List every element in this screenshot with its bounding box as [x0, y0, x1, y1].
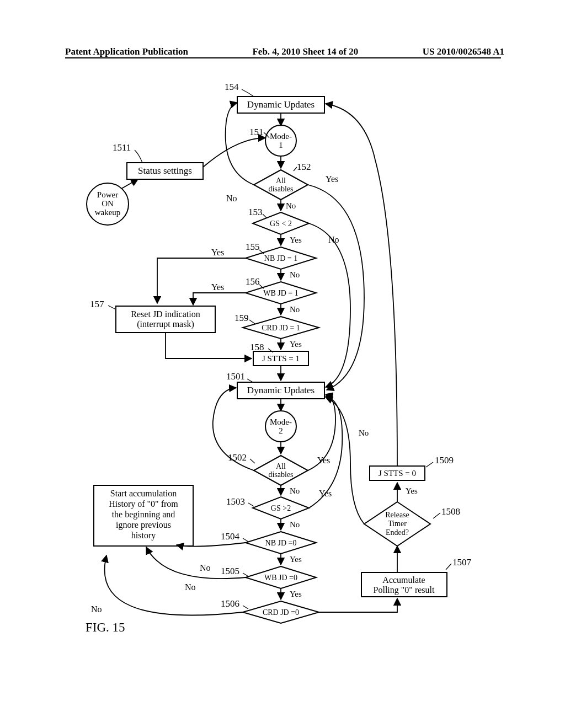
- header-right: US 2010/0026548 A1: [423, 46, 504, 57]
- start-accum-l5: history: [131, 531, 156, 540]
- mode-1-text-l1: Mode-: [270, 132, 292, 141]
- ref-1509: 1509: [435, 455, 454, 465]
- ref-1506: 1506: [221, 598, 239, 609]
- mode-2-l2: 2: [279, 426, 283, 435]
- ref-151: 151: [249, 127, 264, 137]
- ref-1507: 1507: [452, 557, 472, 568]
- start-accum-l4: ignore previous: [116, 520, 171, 530]
- start-accum-l3: the beginning and: [112, 510, 175, 520]
- release-timer-l1: Release: [385, 511, 409, 519]
- no-1506: No: [91, 604, 102, 614]
- no-1503: No: [290, 520, 300, 529]
- no-155: No: [290, 270, 300, 279]
- no-156: No: [290, 305, 300, 314]
- wbjd-0-text: WB JD =0: [264, 574, 297, 582]
- jstts-0-text: J STTS = 0: [379, 469, 416, 478]
- yes-159: Yes: [290, 340, 302, 349]
- yes-153: Yes: [290, 235, 302, 244]
- header-divider: [65, 57, 501, 58]
- header-left: Patent Application Publication: [65, 46, 188, 57]
- accum-poll-l1: Accumulate: [382, 575, 425, 585]
- all-disables-2-l2: disables: [268, 470, 293, 479]
- header-center: Feb. 4, 2010 Sheet 14 of 20: [252, 46, 358, 57]
- no-1508: No: [359, 429, 369, 437]
- wbjd-1-text: WB JD = 1: [263, 289, 299, 297]
- yes-156: Yes: [211, 282, 224, 292]
- ref-153: 153: [248, 207, 263, 217]
- start-accum-l2: History of "0" from: [109, 499, 178, 509]
- gs-gt-2-text: GS >2: [271, 504, 291, 512]
- ref-155: 155: [246, 242, 260, 252]
- all-disables-1-l1: All: [276, 176, 286, 185]
- dynamic-updates-1-text: Dynamic Updates: [247, 99, 315, 110]
- no-1504: No: [200, 563, 211, 572]
- yes-152: Yes: [326, 174, 338, 184]
- release-timer-l3: Ended?: [386, 528, 409, 537]
- reset-jd-l2: (interrupt mask): [137, 319, 194, 329]
- ref-1502: 1502: [228, 452, 247, 463]
- power-on-l3: wakeup: [95, 208, 121, 217]
- crdjd-1-text: CRD JD = 1: [262, 324, 300, 332]
- ref-156: 156: [246, 276, 260, 287]
- ref-152: 152: [297, 162, 311, 172]
- ref-159: 159: [234, 313, 249, 323]
- ref-1508: 1508: [441, 506, 460, 517]
- crdjd-0-text: CRD JD =0: [263, 608, 299, 617]
- release-timer-l2: Timer: [388, 520, 407, 528]
- ref-154: 154: [225, 82, 239, 92]
- mode-1-text-l2: 1: [279, 141, 283, 149]
- nbjd-1-text: NB JD = 1: [264, 254, 297, 263]
- yes-1504: Yes: [290, 555, 302, 564]
- ref-157: 157: [90, 299, 104, 309]
- no-1505: No: [185, 582, 196, 592]
- start-accum-l1: Start accumulation: [110, 489, 177, 498]
- status-settings-text: Status settings: [138, 165, 192, 176]
- ref-1505: 1505: [221, 566, 239, 576]
- accum-poll-l2: Polling "0" result: [374, 585, 435, 595]
- power-on-l1: Power: [97, 190, 118, 199]
- ref-1504: 1504: [221, 531, 240, 542]
- gs-lt-2-text: GS < 2: [270, 220, 292, 228]
- nbjd-0-text: NB JD =0: [265, 539, 297, 547]
- no-152-left: No: [226, 194, 237, 203]
- no-1502: No: [290, 486, 300, 495]
- ref-1511: 1511: [113, 142, 131, 153]
- jstts-1-text: J STTS = 1: [262, 354, 300, 363]
- fig-label: FIG. 15: [86, 620, 125, 634]
- all-disables-1-l2: disables: [268, 185, 293, 193]
- mode-2-l1: Mode-: [270, 417, 292, 426]
- no-152-down: No: [286, 201, 296, 210]
- power-on-l2: ON: [102, 199, 114, 208]
- ref-1501: 1501: [226, 371, 245, 382]
- yes-1505: Yes: [290, 590, 302, 598]
- reset-jd-l1: Reset JD indication: [131, 309, 200, 319]
- dynamic-updates-2-text: Dynamic Updates: [247, 385, 315, 395]
- all-disables-2-l1: All: [276, 462, 286, 470]
- yes-1508: Yes: [406, 486, 418, 495]
- ref-1503: 1503: [226, 496, 245, 507]
- yes-155: Yes: [211, 248, 224, 257]
- flowchart-diagram: Dynamic Updates 154 Mode- 1 151 Status s…: [55, 77, 510, 711]
